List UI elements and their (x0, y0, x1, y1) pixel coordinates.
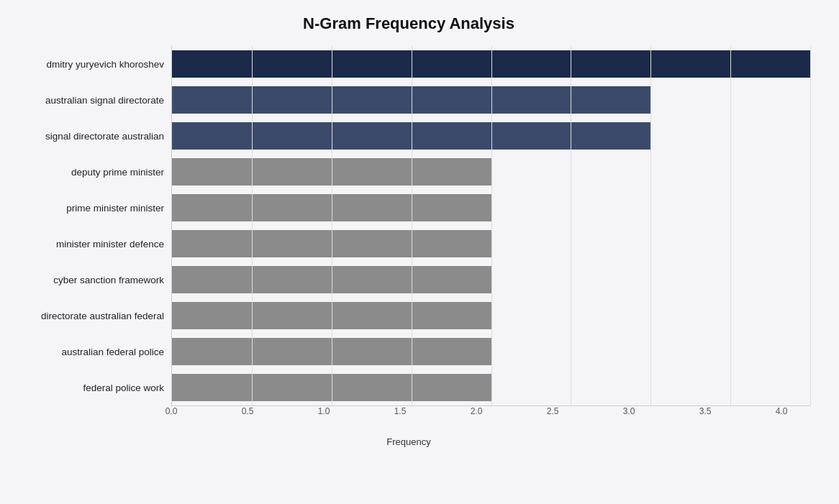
bar-label: federal police work (7, 370, 171, 406)
x-tick-label: 3.5 (699, 406, 712, 416)
bar-label: directorate australian federal (7, 298, 171, 334)
bar-label: deputy prime minister (7, 154, 171, 190)
grid-line (730, 46, 731, 406)
labels-column: dmitry yuryevich khoroshevaustralian sig… (7, 46, 171, 406)
bar-label: australian federal police (7, 334, 171, 370)
x-tick-label: 4.0 (776, 406, 788, 416)
bars-column (171, 46, 810, 406)
x-tick-label: 1.0 (318, 406, 330, 416)
bar-label: cyber sanction framework (7, 262, 171, 298)
grid-line (252, 46, 253, 406)
chart-title: N-Gram Frequency Analysis (7, 14, 810, 33)
grid-line (571, 46, 571, 406)
bar-label: minister minister defence (7, 226, 171, 262)
grid-line (412, 46, 412, 406)
bar-label: prime minister minister (7, 190, 171, 226)
grid-line (650, 46, 651, 406)
x-tick-label: 0.0 (165, 406, 178, 416)
x-tick-label: 1.5 (394, 406, 407, 416)
x-tick-label: 2.5 (547, 406, 559, 416)
grid-line (332, 46, 332, 406)
x-axis-label: Frequency (7, 436, 810, 447)
chart-container: N-Gram Frequency Analysis dmitry yuryevi… (0, 0, 839, 504)
grid-line (810, 46, 811, 406)
bar-label: australian signal directorate (7, 82, 171, 118)
bar-label: signal directorate australian (7, 118, 171, 154)
x-tick-label: 3.0 (623, 406, 635, 416)
x-tick-label: 2.0 (471, 406, 483, 416)
x-tick-label: 0.5 (242, 406, 254, 416)
x-axis-ticks: 0.00.51.01.52.02.53.03.54.0 (171, 406, 781, 423)
grid-line (491, 46, 492, 406)
bar-label: dmitry yuryevich khoroshev (7, 46, 171, 82)
